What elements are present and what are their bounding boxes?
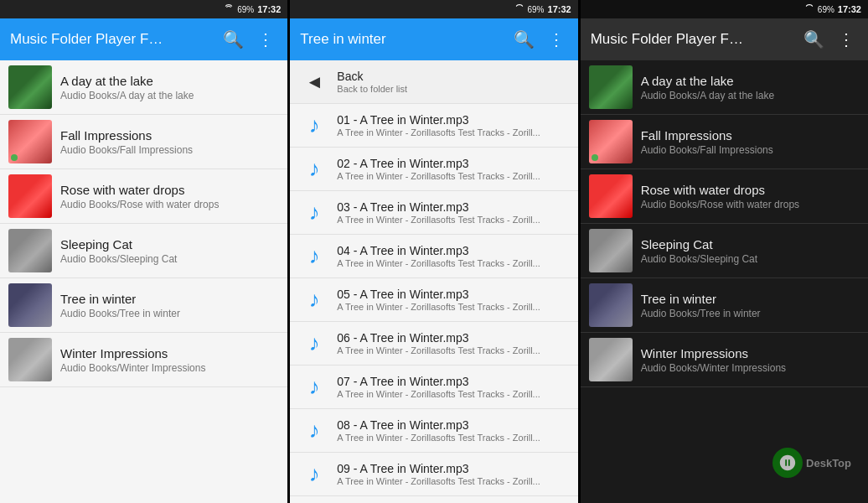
item-title: Winter Impressions <box>60 346 279 360</box>
back-arrow-icon: ◄ <box>298 66 330 98</box>
thumbnail-cat <box>589 229 633 272</box>
thumbnail-winter-imp <box>589 338 633 381</box>
item-title: Sleeping Cat <box>641 237 860 252</box>
thumbnail-winter <box>8 283 52 327</box>
item-subtitle: Audio Books/Sleeping Cat <box>60 253 279 265</box>
item-title: Fall Impressions <box>60 128 279 143</box>
search-icon-mid[interactable]: 🔍 <box>510 26 538 53</box>
track-subtitle: A Tree in Winter - Zorillasofts Test Tra… <box>337 171 569 181</box>
item-subtitle: Audio Books/Tree in winter <box>641 308 860 319</box>
list-item[interactable]: Rose with water drops Audio Books/Rose w… <box>581 169 868 224</box>
time-mid: 17:32 <box>548 4 571 14</box>
list-item[interactable]: Tree in winter Audio Books/Tree in winte… <box>0 278 287 333</box>
track-title: 07 - A Tree in Winter.mp3 <box>337 375 569 388</box>
track-subtitle: A Tree in Winter - Zorillasofts Test Tra… <box>337 258 569 268</box>
item-subtitle: Audio Books/A day at the lake <box>60 90 279 101</box>
folder-list-left: A day at the lake Audio Books/A day at t… <box>0 60 287 503</box>
item-title: A day at the lake <box>641 74 860 88</box>
track-subtitle: A Tree in Winter - Zorillasofts Test Tra… <box>337 433 569 443</box>
item-subtitle: Audio Books/Winter Impressions <box>641 362 860 374</box>
more-icon-left[interactable]: ⋮ <box>254 26 277 53</box>
track-title: 03 - A Tree in Winter.mp3 <box>337 200 569 214</box>
track-item[interactable]: ♪ 06 - A Tree in Winter.mp3 A Tree in Wi… <box>290 322 577 366</box>
item-subtitle: Audio Books/A day at the lake <box>641 90 860 101</box>
track-item[interactable]: ♪ 10 - A Tree in Winter.mp3 A Tree in Wi… <box>290 496 577 503</box>
folder-title-mid: Tree in winter <box>300 31 503 48</box>
item-title: Fall Impressions <box>641 128 860 143</box>
item-title: Sleeping Cat <box>60 237 279 252</box>
item-title: Rose with water drops <box>60 183 279 197</box>
track-item[interactable]: ♪ 01 - A Tree in Winter.mp3 A Tree in Wi… <box>290 104 577 148</box>
track-title: 01 - A Tree in Winter.mp3 <box>337 113 569 127</box>
thumbnail-fall <box>589 120 633 163</box>
track-item[interactable]: ♪ 03 - A Tree in Winter.mp3 A Tree in Wi… <box>290 191 577 235</box>
track-item[interactable]: ♪ 02 - A Tree in Winter.mp3 A Tree in Wi… <box>290 148 577 191</box>
status-icons-left <box>224 3 234 15</box>
list-item[interactable]: Winter Impressions Audio Books/Winter Im… <box>0 333 287 387</box>
track-item[interactable]: ♪ 05 - A Tree in Winter.mp3 A Tree in Wi… <box>290 278 577 322</box>
track-item[interactable]: ♪ 04 - A Tree in Winter.mp3 A Tree in Wi… <box>290 235 577 278</box>
list-item[interactable]: Fall Impressions Audio Books/Fall Impres… <box>0 115 287 169</box>
status-bar-mid: 69% 17:32 <box>290 0 577 18</box>
list-item[interactable]: A day at the lake Audio Books/A day at t… <box>0 60 287 115</box>
middle-panel: 69% 17:32 Tree in winter 🔍 ⋮ ◄ Back Back… <box>290 0 577 503</box>
list-item[interactable]: Sleeping Cat Audio Books/Sleeping Cat <box>0 224 287 278</box>
more-icon-right[interactable]: ⋮ <box>834 26 858 53</box>
track-item[interactable]: ♪ 07 - A Tree in Winter.mp3 A Tree in Wi… <box>290 366 577 409</box>
music-note-icon: ♪ <box>298 153 330 185</box>
back-label: Back <box>337 70 569 83</box>
thumbnail-rose <box>589 174 633 218</box>
track-subtitle: A Tree in Winter - Zorillasofts Test Tra… <box>337 215 569 225</box>
list-item[interactable]: Fall Impressions Audio Books/Fall Impres… <box>581 115 868 169</box>
list-item[interactable]: Tree in winter Audio Books/Tree in winte… <box>581 278 868 333</box>
item-subtitle: Audio Books/Fall Impressions <box>641 144 860 156</box>
track-title: 06 - A Tree in Winter.mp3 <box>337 331 569 345</box>
track-title: 08 - A Tree in Winter.mp3 <box>337 418 569 432</box>
track-item[interactable]: ♪ 08 - A Tree in Winter.mp3 A Tree in Wi… <box>290 409 577 453</box>
thumbnail-cat <box>8 229 52 272</box>
track-title: 09 - A Tree in Winter.mp3 <box>337 462 569 475</box>
item-subtitle: Audio Books/Winter Impressions <box>60 362 279 374</box>
track-item[interactable]: ♪ 09 - A Tree in Winter.mp3 A Tree in Wi… <box>290 453 577 496</box>
music-note-icon: ♪ <box>298 328 330 360</box>
item-subtitle: Audio Books/Rose with water drops <box>641 199 860 210</box>
status-icons-mid <box>514 3 524 15</box>
time-right: 17:32 <box>838 4 861 14</box>
battery-left: 69% <box>237 5 254 14</box>
more-icon-mid[interactable]: ⋮ <box>545 26 568 53</box>
music-note-icon: ♪ <box>298 241 330 272</box>
time-left: 17:32 <box>257 4 281 14</box>
music-note-icon: ♪ <box>298 197 330 229</box>
item-subtitle: Audio Books/Fall Impressions <box>60 144 279 156</box>
list-item[interactable]: A day at the lake Audio Books/A day at t… <box>581 60 868 115</box>
track-title: 04 - A Tree in Winter.mp3 <box>337 244 569 257</box>
music-note-icon: ♪ <box>298 110 330 142</box>
back-subtitle: Back to folder list <box>337 84 569 94</box>
search-icon-right[interactable]: 🔍 <box>800 26 828 53</box>
playing-dot <box>592 154 598 161</box>
music-note-icon: ♪ <box>298 371 330 403</box>
list-item[interactable]: Sleeping Cat Audio Books/Sleeping Cat <box>581 224 868 278</box>
music-note-icon: ♪ <box>298 459 330 490</box>
item-title: A day at the lake <box>60 74 279 88</box>
status-bar-right: 69% 17:32 <box>581 0 868 18</box>
track-title: 02 - A Tree in Winter.mp3 <box>337 157 569 170</box>
right-panel: 69% 17:32 Music Folder Player F… 🔍 ⋮ A d… <box>581 0 868 503</box>
list-item[interactable]: Winter Impressions Audio Books/Winter Im… <box>581 333 868 387</box>
thumbnail-fall <box>8 120 52 163</box>
list-item[interactable]: Rose with water drops Audio Books/Rose w… <box>0 169 287 224</box>
battery-mid: 69% <box>528 5 545 14</box>
status-icons-right <box>804 3 814 15</box>
track-subtitle: A Tree in Winter - Zorillasofts Test Tra… <box>337 127 569 137</box>
item-title: Tree in winter <box>60 292 279 306</box>
music-note-icon: ♪ <box>298 284 330 316</box>
track-subtitle: A Tree in Winter - Zorillasofts Test Tra… <box>337 389 569 399</box>
item-subtitle: Audio Books/Sleeping Cat <box>641 253 860 265</box>
thumbnail-winter-imp <box>8 338 52 381</box>
item-title: Winter Impressions <box>641 346 860 360</box>
search-icon-left[interactable]: 🔍 <box>220 26 247 53</box>
item-subtitle: Audio Books/Tree in winter <box>60 308 279 319</box>
back-item[interactable]: ◄ Back Back to folder list <box>290 60 577 104</box>
top-bar-left: Music Folder Player F… 🔍 ⋮ <box>0 18 287 60</box>
item-title: Tree in winter <box>641 292 860 306</box>
